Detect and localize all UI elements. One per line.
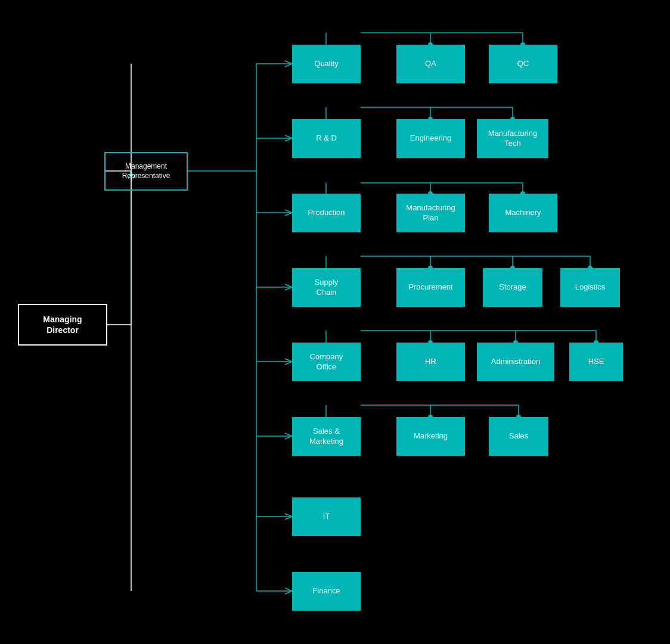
machinery-label: Machinery: [505, 208, 541, 218]
managing-director-label: Managing Director: [43, 314, 82, 335]
sales-marketing-label: Sales & Marketing: [309, 427, 343, 447]
qc-label: QC: [517, 59, 529, 69]
hse-node: HSE: [569, 343, 623, 381]
qa-node: QA: [396, 45, 465, 83]
company-office-node: Company Office: [292, 343, 361, 381]
production-node: Production: [292, 194, 361, 232]
sales-node: Sales: [489, 417, 548, 456]
rd-node: R & D: [292, 119, 361, 158]
finance-node: Finance: [292, 572, 361, 611]
logistics-node: Logistics: [560, 268, 620, 307]
marketing-label: Marketing: [414, 431, 448, 441]
marketing-node: Marketing: [396, 417, 465, 456]
supply-chain-node: Supply Chain: [292, 268, 361, 307]
it-node: IT: [292, 497, 361, 536]
hr-node: HR: [396, 343, 465, 381]
production-label: Production: [308, 208, 345, 218]
org-chart: Managing Director Management Representat…: [0, 0, 670, 644]
engineering-node: Engineering: [396, 119, 465, 158]
hse-label: HSE: [588, 357, 604, 367]
qc-node: QC: [489, 45, 557, 83]
rd-label: R & D: [316, 133, 337, 144]
management-rep-node: Management Representative: [104, 152, 188, 191]
procurement-node: Procurement: [396, 268, 465, 307]
storage-node: Storage: [483, 268, 542, 307]
mfg-plan-node: Manufacturing Plan: [396, 194, 465, 232]
storage-label: Storage: [499, 282, 526, 293]
quality-label: Quality: [314, 59, 338, 69]
it-label: IT: [323, 512, 330, 522]
administration-node: Administration: [477, 343, 554, 381]
managing-director-node: Managing Director: [18, 304, 107, 346]
mfg-plan-label: Manufacturing Plan: [406, 203, 455, 223]
hr-label: HR: [425, 357, 436, 367]
quality-node: Quality: [292, 45, 361, 83]
company-office-label: Company Office: [310, 352, 343, 372]
management-rep-label: Management Representative: [122, 162, 170, 181]
administration-label: Administration: [491, 357, 540, 367]
finance-label: Finance: [312, 586, 340, 596]
qa-label: QA: [425, 59, 436, 69]
machinery-node: Machinery: [489, 194, 557, 232]
sales-label: Sales: [509, 431, 529, 441]
procurement-label: Procurement: [408, 282, 452, 293]
sales-marketing-node: Sales & Marketing: [292, 417, 361, 456]
mfg-tech-label: Manufacturing Tech: [488, 129, 537, 149]
logistics-label: Logistics: [575, 282, 606, 293]
mfg-tech-node: Manufacturing Tech: [477, 119, 548, 158]
supply-chain-label: Supply Chain: [315, 278, 339, 298]
engineering-label: Engineering: [410, 133, 451, 144]
